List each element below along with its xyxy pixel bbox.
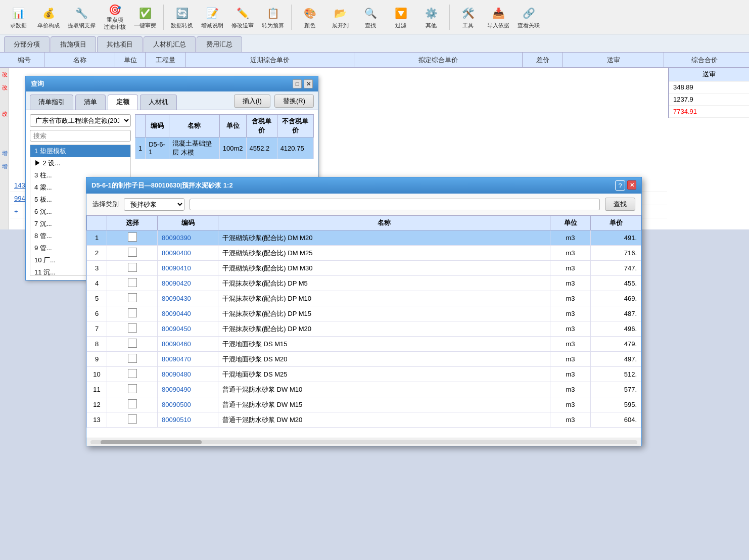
sub-cell-unit: m3	[550, 261, 591, 276]
sub-scrollbar-thumb[interactable]	[101, 440, 202, 444]
query-dialog-title: 查询	[31, 79, 44, 88]
sub-table-row[interactable]: 6 80090440 干混抹灰砂浆(配合比) DP M15 m3 487.	[87, 306, 641, 321]
sub-table-wrap: 选择 编码 名称 单位 单价 1 80090390 干混砌筑砂浆(配合比) DM…	[86, 215, 641, 438]
query-search-input[interactable]	[30, 130, 131, 142]
sub-table-row[interactable]: 12 80090500 普通干混防水砂浆 DW M15 m3 595.	[87, 397, 641, 412]
toolbar-btn-tool[interactable]: 🛠️ 工具	[454, 3, 482, 32]
checkbox-3[interactable]	[128, 278, 137, 287]
edit-icon: ✏️	[235, 5, 251, 21]
sub-help-btn[interactable]: ?	[615, 180, 625, 191]
sub-cell-unit: m3	[550, 412, 591, 428]
sub-cell-checkbox[interactable]	[107, 412, 158, 428]
sub-cell-price: 487.	[591, 306, 641, 321]
query-tab-清单指引[interactable]: 清单指引	[30, 95, 73, 110]
toolbar-btn-find-label: 查找	[365, 22, 376, 29]
sub-cell-name: 干混抹灰砂浆(配合比) DP M15	[218, 306, 550, 321]
toolbar-btn-explain[interactable]: 📝 增减说明	[198, 3, 226, 32]
toolbar-btn-unit-price[interactable]: 💰 单价构成	[34, 3, 63, 32]
col-拟定综合单价: 拟定综合单价	[354, 53, 523, 67]
sub-table-row[interactable]: 2 80090400 干混砌筑砂浆(配合比) DM M25 m3 716.	[87, 246, 641, 261]
toolbar-btn-convert[interactable]: 🔄 数据转换	[168, 3, 196, 32]
checkbox-9[interactable]	[128, 369, 137, 378]
sub-table: 选择 编码 名称 单位 单价 1 80090390 干混砌筑砂浆(配合比) DM…	[86, 215, 641, 428]
tree-item-1[interactable]: 1 垫层模板	[30, 145, 130, 157]
replace-button[interactable]: 替换(R)	[274, 95, 314, 108]
toolbar-btn-explain-label: 增减说明	[201, 22, 223, 29]
checkbox-10[interactable]	[128, 384, 137, 393]
sub-table-row[interactable]: 9 80090470 干混地面砂浆 DS M20 m3 497.	[87, 352, 641, 367]
checkbox-12[interactable]	[128, 414, 137, 424]
sub-cell-checkbox[interactable]	[107, 382, 158, 397]
checkbox-8[interactable]	[128, 354, 137, 363]
checkbox-0[interactable]	[128, 232, 137, 242]
query-tab-人材机[interactable]: 人材机	[140, 95, 177, 110]
sub-cell-unit: m3	[550, 352, 591, 367]
sub-cell-checkbox[interactable]	[107, 352, 158, 367]
sub-cell-name: 干混抹灰砂浆(配合比) DP M20	[218, 321, 550, 337]
sub-search-input[interactable]	[190, 199, 600, 210]
sub-cell-checkbox[interactable]	[107, 276, 158, 291]
sub-cell-checkbox[interactable]	[107, 291, 158, 306]
tab-分部分项[interactable]: 分部分项	[4, 36, 50, 52]
sub-cell-checkbox[interactable]	[107, 230, 158, 246]
toolbar-btn-key-item[interactable]: 🎯 重点项过滤审核	[101, 3, 129, 32]
toolbar-btn-to-budget[interactable]: 📋 转为预算	[259, 3, 287, 32]
sub-table-row[interactable]: 3 80090410 干混砌筑砂浆(配合比) DM M30 m3 747.	[87, 261, 641, 276]
sub-cell-checkbox[interactable]	[107, 246, 158, 261]
tab-费用汇总[interactable]: 费用汇总	[197, 36, 242, 52]
query-tab-清单[interactable]: 清单	[75, 95, 106, 110]
sub-table-row[interactable]: 8 80090460 干混地面砂浆 DS M15 m3 479.	[87, 337, 641, 352]
sub-table-row[interactable]: 7 80090450 干混抹灰砂浆(配合比) DP M20 m3 496.	[87, 321, 641, 337]
toolbar-btn-filter-label: 过滤	[395, 22, 406, 29]
query-dropdown[interactable]: 广东省市政工程综合定额(2018)	[30, 114, 131, 127]
sub-cell-checkbox[interactable]	[107, 337, 158, 352]
sub-cell-checkbox[interactable]	[107, 321, 158, 337]
toolbar-btn-import[interactable]: 📥 导入依据	[484, 3, 512, 32]
sub-table-row[interactable]: 13 80090510 普通干混防水砂浆 DW M20 m3 604.	[87, 412, 641, 428]
toolbar-btn-other[interactable]: ⚙️ 其他	[417, 3, 445, 32]
query-th-num	[135, 115, 146, 137]
checkbox-5[interactable]	[128, 308, 137, 317]
checkbox-2[interactable]	[128, 263, 137, 272]
tab-其他项目[interactable]: 其他项目	[97, 36, 143, 52]
query-cell-price-notax-1: 4120.75	[277, 137, 313, 159]
sub-table-row[interactable]: 1 80090390 干混砌筑砂浆(配合比) DM M20 m3 491.	[87, 230, 641, 246]
tab-措施项目[interactable]: 措施项目	[51, 36, 96, 52]
insert-button[interactable]: 插入(I)	[234, 95, 270, 108]
toolbar-btn-data[interactable]: 📊 录数据	[4, 3, 32, 32]
checkbox-7[interactable]	[128, 339, 137, 348]
sub-th-price: 单价	[591, 216, 641, 230]
checkbox-6[interactable]	[128, 323, 137, 333]
checkbox-4[interactable]	[128, 293, 137, 302]
query-minimize-btn[interactable]: □	[293, 79, 302, 88]
sub-table-row[interactable]: 4 80090420 干混抹灰砂浆(配合比) DP M5 m3 455.	[87, 276, 641, 291]
tab-人材机汇总[interactable]: 人材机汇总	[144, 36, 196, 52]
toolbar-btn-edit[interactable]: ✏️ 修改送审	[228, 3, 257, 32]
toolbar-btn-approve[interactable]: ✅ 一键审费	[131, 3, 159, 32]
sub-cell-unit: m3	[550, 382, 591, 397]
sub-cell-checkbox[interactable]	[107, 367, 158, 382]
toolbar-btn-find[interactable]: 🔍 查找	[356, 3, 385, 32]
sub-cell-checkbox[interactable]	[107, 261, 158, 276]
query-row-1[interactable]: 1 D5-6-1 混凝土基础垫层 木模 100m2 4552.2 4120.75	[135, 137, 314, 159]
sub-table-row[interactable]: 5 80090430 干混抹灰砂浆(配合比) DP M10 m3 469.	[87, 291, 641, 306]
toolbar-btn-expand[interactable]: 📂 展开到	[326, 3, 354, 32]
toolbar-btn-steel[interactable]: 🔧 提取钢支撑	[65, 3, 99, 32]
toolbar-btn-filter[interactable]: 🔽 过滤	[387, 3, 415, 32]
sub-cell-checkbox[interactable]	[107, 306, 158, 321]
sub-close-btn[interactable]: ✕	[627, 180, 636, 190]
tree-item-2[interactable]: ▶ 2 设...	[30, 157, 130, 169]
query-close-btn[interactable]: ✕	[304, 79, 313, 88]
sub-scrollbar[interactable]	[86, 438, 641, 446]
toolbar-btn-color[interactable]: 🎨 颜色	[296, 3, 324, 32]
toolbar-btn-relation[interactable]: 🔗 查看关联	[514, 3, 543, 32]
sub-table-row[interactable]: 11 80090490 普通干混防水砂浆 DW M10 m3 577.	[87, 382, 641, 397]
sub-table-row[interactable]: 10 80090480 干混地面砂浆 DS M25 m3 512.	[87, 367, 641, 382]
sub-cell-code: 80090450	[158, 321, 218, 337]
sub-cell-checkbox[interactable]	[107, 397, 158, 412]
checkbox-11[interactable]	[128, 399, 137, 408]
sub-category-select[interactable]: 预拌砂浆	[124, 198, 184, 211]
checkbox-1[interactable]	[128, 248, 137, 257]
sub-search-btn[interactable]: 查找	[605, 198, 635, 211]
query-tab-定额[interactable]: 定额	[108, 95, 138, 110]
